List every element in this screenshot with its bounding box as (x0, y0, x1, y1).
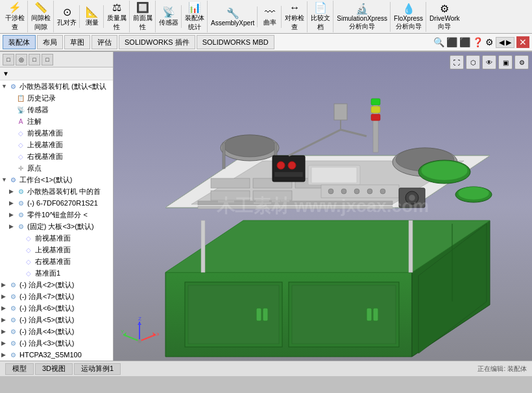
svg-rect-11 (367, 308, 372, 321)
view-orient-icon[interactable]: ⛶ (450, 55, 464, 69)
menu-compare[interactable]: 📄 比较文档 (308, 1, 333, 32)
tree-item[interactable]: ◇上视基准面 (0, 139, 113, 150)
tree-toggle[interactable]: ▶ (1, 351, 8, 358)
close-icon[interactable]: ✕ (516, 36, 529, 48)
section-view-icon[interactable]: ▣ (498, 55, 513, 69)
layout-icon[interactable]: ⬛ (459, 37, 470, 47)
menu-sensor[interactable]: 📡 传感器 (156, 5, 182, 28)
tree-item[interactable]: ▶⚙(-) 6-7DF06270R1S21 (0, 197, 113, 209)
tree-toggle[interactable]: ▶ (9, 211, 16, 218)
tree-toggle[interactable]: ▶ (9, 188, 16, 195)
search-icon[interactable]: 🔍 (433, 37, 444, 47)
tree-item[interactable]: ▶⚙(-) 治具<6>(默认) (0, 302, 113, 314)
menu-stats[interactable]: 📊 装配体统计 (182, 1, 208, 32)
ribbon-tab-草图[interactable]: 草图 (64, 35, 90, 49)
help-icon[interactable]: ❓ (472, 37, 483, 47)
menu-mass[interactable]: ⚖ 质量属性 (104, 1, 130, 32)
menu-driveWorks[interactable]: ⚙ DriveWork向导 (427, 2, 462, 32)
view-settings-icon[interactable]: ⚙ (514, 55, 529, 69)
svg-rect-39 (334, 104, 347, 120)
filter-icon[interactable]: ▼ (3, 70, 9, 77)
menu-face[interactable]: 🔲 前面属性 (130, 1, 156, 32)
tree-node-label: 上视基准面 (27, 140, 112, 150)
status-tab-运动算例1[interactable]: 运动算例1 (74, 363, 121, 375)
tree-item[interactable]: ◇前视基准面 (0, 127, 113, 139)
tree-toggle[interactable]: ▶ (1, 316, 8, 323)
tree-item[interactable]: 📋历史记录 (0, 92, 113, 104)
tree-node-icon: ⚙ (16, 221, 26, 232)
tree-toggle[interactable]: ▶ (9, 200, 16, 206)
display-style-icon[interactable]: ⬡ (466, 55, 480, 69)
tree-node-label: 工作台<1>(默认) (19, 175, 112, 185)
tree-item[interactable]: ▶⚙零件10^钮盒部分 < (0, 209, 113, 220)
menu-assemblyxpert[interactable]: 🔧 AssemblyXpert (208, 6, 258, 27)
tree-item[interactable]: ▶⚙(-) 治具<7>(默认) (0, 291, 113, 302)
menu-floXpress[interactable]: 💧 FloXpress分析向导 (391, 2, 426, 32)
tree-node-label: (-) 6-7DF06270R1S21 (27, 199, 112, 207)
tree-item[interactable]: ▶⚙(-) 治具<2>(默认) (0, 279, 113, 291)
tree-item[interactable]: ▶⚙(-) 治具<5>(默认) (0, 314, 113, 326)
menu-hole-align[interactable]: ⊙ 孔对齐 (54, 5, 80, 28)
tree-toggle[interactable]: ▶ (1, 281, 8, 288)
tree-toggle[interactable]: ▼ (1, 176, 8, 183)
settings-icon[interactable]: ⚙ (485, 37, 494, 47)
tree-item[interactable]: ✛原点 (0, 162, 113, 174)
tree-item[interactable]: ◇右视基准面 (0, 150, 113, 162)
ribbon-tab-SOLIDWORKSMBD[interactable]: SOLIDWORKS MBD (197, 35, 274, 49)
feature-tree: ▼⚙小散热器装钉机 (默认<默认📋历史记录📡传感器A注解◇前视基准面◇上视基准面… (0, 80, 113, 361)
tree-item[interactable]: 📡传感器 (0, 104, 113, 115)
tree-node-icon: ◇ (16, 151, 26, 161)
menu-measure[interactable]: 📐 测量 (80, 5, 104, 28)
tree-node-icon: ◇ (23, 244, 34, 255)
tree-toggle[interactable]: ▼ (1, 83, 8, 89)
menu-simulationxpress[interactable]: 🔬 SimulationXpress分析向导 (334, 2, 391, 32)
tree-item[interactable]: ▶⚙(-) 治具<4>(默认) (0, 326, 113, 337)
tree-item[interactable]: ▼⚙工作台<1>(默认) (0, 174, 113, 185)
panel-btn-1[interactable]: □ (3, 54, 14, 66)
tree-item[interactable]: ▶⚙(固定) 大板<3>(默认) (0, 220, 113, 232)
svg-rect-42 (371, 106, 380, 113)
tree-item[interactable]: ▼⚙小散热器装钉机 (默认<默认 (0, 80, 113, 92)
tree-item[interactable]: ◇右视基准面 (0, 256, 113, 267)
tree-item[interactable]: ▶⚙小散热器装钉机 中的首 (0, 185, 113, 197)
tree-item[interactable]: ◇前视基准面 (0, 232, 113, 244)
panel-btn-2[interactable]: ◎ (16, 54, 27, 66)
menu-curvature[interactable]: 〰 曲率 (258, 6, 282, 28)
tree-item[interactable]: A注解 (0, 115, 113, 127)
status-tab-模型[interactable]: 模型 (5, 363, 34, 375)
tree-toggle[interactable]: ▶ (1, 305, 8, 311)
tree-node-icon: ⚙ (16, 186, 26, 196)
hide-show-icon[interactable]: 👁 (482, 55, 496, 69)
panel-btn-4[interactable]: □ (42, 54, 53, 66)
tree-node-icon: ⚙ (8, 303, 18, 313)
tree-item[interactable]: ▶⚙(-) 治具<3>(默认) (0, 337, 113, 349)
back-icon[interactable]: ◀ ▶ (496, 37, 514, 48)
tree-toggle[interactable]: ▶ (1, 340, 8, 346)
tree-item[interactable]: ◇基准面1 (0, 267, 113, 279)
svg-rect-35 (274, 172, 303, 177)
menu-ganrao[interactable]: ⚡ 干涉检查 (3, 1, 28, 32)
machine-3d-svg (114, 52, 532, 361)
axis-indicator: X Y Z (120, 315, 159, 354)
vp-toggle-icon[interactable]: ⬛ (446, 37, 457, 47)
tree-node-icon: ◇ (16, 139, 26, 150)
svg-point-58 (409, 195, 415, 201)
ribbon-tab-SOLIDWORKS插件[interactable]: SOLIDWORKS 插件 (119, 35, 195, 49)
tree-toggle[interactable]: ▶ (1, 328, 8, 335)
menu-clearance[interactable]: 📏 间隙检间隙 (29, 1, 54, 32)
ribbon-tab-布局[interactable]: 布局 (37, 35, 63, 49)
3d-viewport[interactable]: 木工素材 www.jxcax.com ⛶ ⬡ 👁 ▣ ⚙ X Y (114, 52, 532, 361)
status-tab-3D视图[interactable]: 3D视图 (35, 363, 73, 375)
tree-item[interactable]: ▶⚙HTCPA32_S5M100 (0, 349, 113, 361)
status-bar: 模型3D视图运动算例1 正在编辑: 装配体 (0, 361, 532, 376)
tree-item[interactable]: ◇上视基准面 (0, 244, 113, 256)
ribbon-tab-装配体[interactable]: 装配体 (3, 35, 36, 49)
tree-toggle[interactable]: ▶ (9, 223, 16, 230)
tree-node-icon: ◇ (23, 256, 34, 267)
panel-btn-3[interactable]: □ (29, 54, 40, 66)
menu-symmetry[interactable]: ↔ 对称检查 (282, 1, 308, 32)
tree-node-label: 传感器 (27, 105, 112, 115)
ribbon-tabs: 装配体布局草图评估SOLIDWORKS 插件SOLIDWORKS MBD 🔍 ⬛… (0, 34, 532, 52)
ribbon-tab-评估[interactable]: 评估 (91, 35, 117, 49)
tree-toggle[interactable]: ▶ (1, 293, 8, 300)
